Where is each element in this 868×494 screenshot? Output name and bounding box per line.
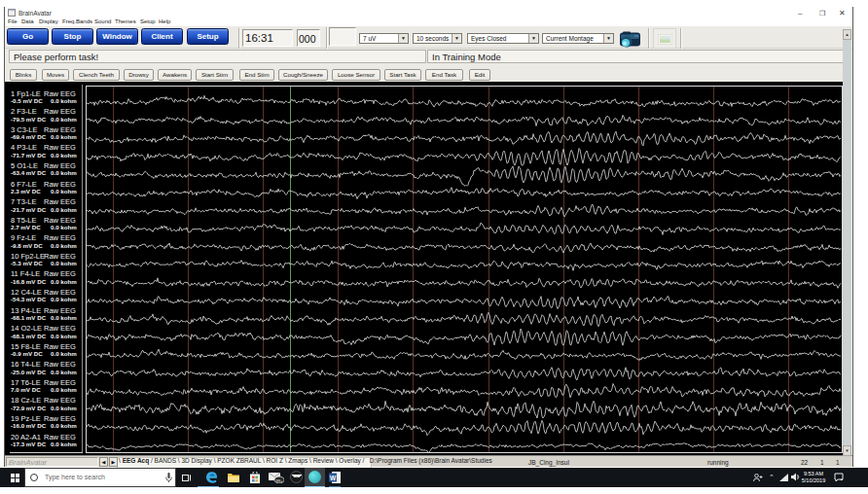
svg-text:W: W <box>330 475 337 481</box>
svg-text:99+: 99+ <box>276 478 283 483</box>
